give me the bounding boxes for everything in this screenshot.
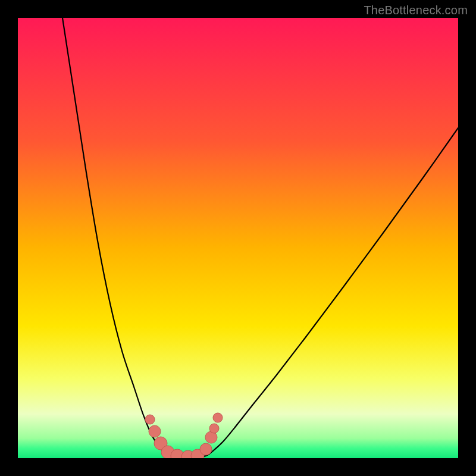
marker-dot — [213, 413, 223, 422]
curve-left — [62, 18, 174, 457]
marker-dot — [200, 443, 212, 455]
chart-stage: TheBottleneck.com — [0, 0, 476, 476]
marker-dot — [145, 415, 155, 424]
plot-area — [18, 18, 458, 458]
bottom-markers — [145, 413, 223, 458]
watermark-text: TheBottleneck.com — [364, 4, 468, 17]
marker-dot — [149, 425, 161, 437]
marker-dot — [209, 424, 219, 433]
curve-layer — [18, 18, 458, 458]
curve-right — [202, 128, 458, 457]
